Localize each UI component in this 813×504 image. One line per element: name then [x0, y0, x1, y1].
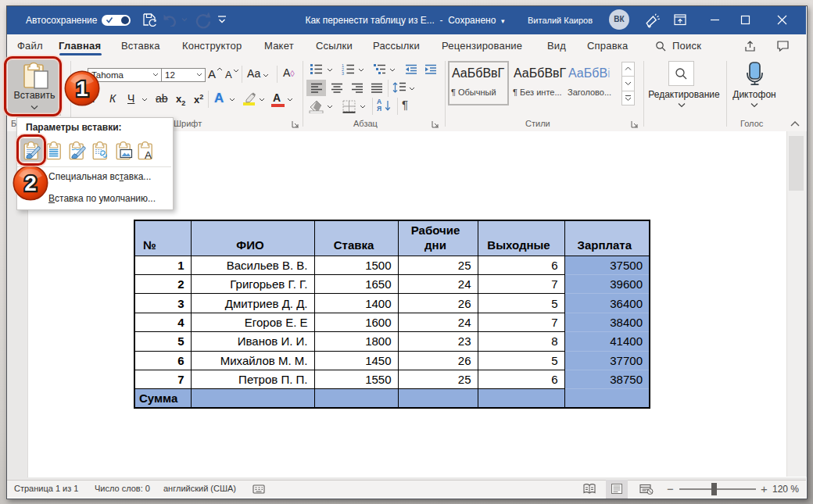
svg-text:A: A — [145, 149, 152, 161]
svg-text:1: 1 — [76, 77, 88, 101]
svg-text:3: 3 — [342, 71, 344, 75]
svg-text:2: 2 — [24, 171, 37, 195]
